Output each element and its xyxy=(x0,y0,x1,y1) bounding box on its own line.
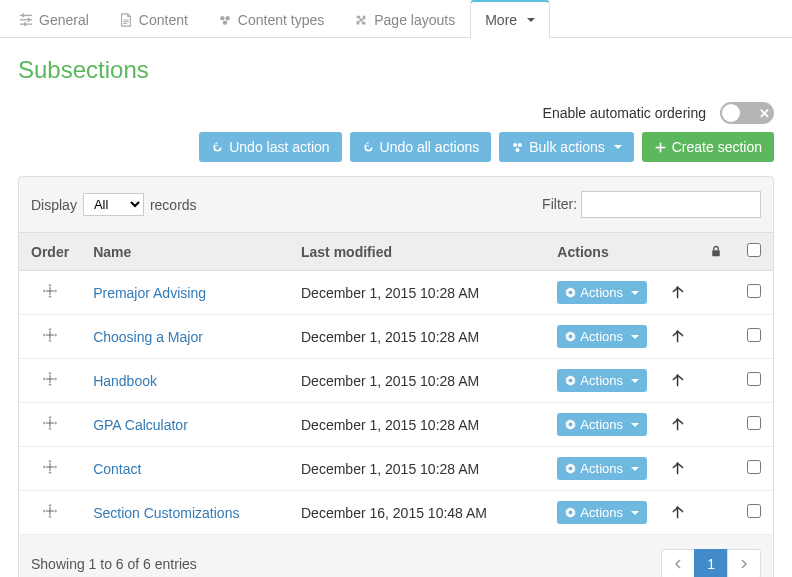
undo-icon xyxy=(211,141,224,154)
undo-last-button[interactable]: Undo last action xyxy=(199,132,341,162)
tab-page-layouts[interactable]: Page layouts xyxy=(339,0,470,38)
svg-point-10 xyxy=(518,143,522,147)
action-buttons: Undo last action Undo all actions Bulk a… xyxy=(0,132,792,176)
toggle-row: Enable automatic ordering ✕ xyxy=(0,94,792,132)
row-actions-button[interactable]: Actions xyxy=(557,281,647,304)
chevron-down-icon xyxy=(631,511,639,515)
table-panel: Display All records Filter: Order Name L… xyxy=(18,176,774,577)
svg-rect-16 xyxy=(46,290,55,291)
button-label: Create section xyxy=(672,139,762,155)
toggle-label: Enable automatic ordering xyxy=(543,105,706,121)
records-select[interactable]: All xyxy=(83,193,144,216)
page-title: Subsections xyxy=(0,38,792,94)
move-up-button[interactable]: 🡡 xyxy=(671,417,685,433)
row-checkbox[interactable] xyxy=(747,416,761,430)
select-all-checkbox[interactable] xyxy=(747,243,761,257)
tab-label: More xyxy=(485,12,517,28)
button-label: Bulk actions xyxy=(529,139,604,155)
row-checkbox[interactable] xyxy=(747,328,761,342)
page-next[interactable] xyxy=(727,549,761,577)
tab-content-types[interactable]: Content types xyxy=(203,0,339,38)
move-icon[interactable] xyxy=(43,416,57,433)
row-name-link[interactable]: Handbook xyxy=(93,373,157,389)
chevron-down-icon xyxy=(631,423,639,427)
row-actions-button[interactable]: Actions xyxy=(557,457,647,480)
undo-icon xyxy=(362,141,375,154)
move-up-button[interactable]: 🡡 xyxy=(671,505,685,521)
filter-label: Filter: xyxy=(542,196,577,212)
lock-cell xyxy=(697,271,735,315)
chevron-down-icon xyxy=(527,18,535,22)
svg-point-6 xyxy=(220,16,224,20)
chevron-down-icon xyxy=(631,467,639,471)
move-up-button[interactable]: 🡡 xyxy=(671,373,685,389)
row-actions-button[interactable]: Actions xyxy=(557,413,647,436)
row-checkbox[interactable] xyxy=(747,460,761,474)
row-name-link[interactable]: Premajor Advising xyxy=(93,285,206,301)
row-name-link[interactable]: GPA Calculator xyxy=(93,417,188,433)
entries-summary: Showing 1 to 6 of 6 entries xyxy=(31,556,197,572)
filter-input[interactable] xyxy=(581,191,761,218)
pagination: 1 xyxy=(662,549,761,577)
move-icon[interactable] xyxy=(43,284,57,301)
tab-content[interactable]: Content xyxy=(104,0,203,38)
row-modified: December 1, 2015 10:28 AM xyxy=(289,315,545,359)
row-actions-button[interactable]: Actions xyxy=(557,501,647,524)
svg-rect-22 xyxy=(46,422,55,423)
panel-controls: Display All records Filter: xyxy=(19,177,773,232)
tab-label: General xyxy=(39,12,89,28)
sliders-icon xyxy=(19,13,33,27)
row-checkbox[interactable] xyxy=(747,504,761,518)
chevron-down-icon xyxy=(614,145,622,149)
tab-more[interactable]: More xyxy=(470,0,550,38)
bulk-actions-button[interactable]: Bulk actions xyxy=(499,132,633,162)
lock-cell xyxy=(697,315,735,359)
chevron-right-icon xyxy=(740,559,748,569)
row-modified: December 1, 2015 10:28 AM xyxy=(289,403,545,447)
tab-general[interactable]: General xyxy=(4,0,104,38)
row-checkbox[interactable] xyxy=(747,284,761,298)
svg-rect-4 xyxy=(28,17,30,21)
move-icon[interactable] xyxy=(43,504,57,521)
table-row: ContactDecember 1, 2015 10:28 AMActions🡡 xyxy=(19,447,773,491)
table-row: Premajor AdvisingDecember 1, 2015 10:28 … xyxy=(19,271,773,315)
row-name-link[interactable]: Section Customizations xyxy=(93,505,239,521)
table-row: GPA CalculatorDecember 1, 2015 10:28 AMA… xyxy=(19,403,773,447)
row-actions-button[interactable]: Actions xyxy=(557,325,647,348)
page-1[interactable]: 1 xyxy=(694,549,728,577)
move-up-button[interactable]: 🡡 xyxy=(671,285,685,301)
col-last-modified[interactable]: Last modified xyxy=(289,233,545,271)
row-checkbox[interactable] xyxy=(747,372,761,386)
cubes-icon xyxy=(511,141,524,154)
move-icon[interactable] xyxy=(43,372,57,389)
row-name-link[interactable]: Contact xyxy=(93,461,141,477)
puzzle-icon xyxy=(354,13,368,27)
table-row: HandbookDecember 1, 2015 10:28 AMActions… xyxy=(19,359,773,403)
chevron-down-icon xyxy=(631,379,639,383)
gear-icon xyxy=(565,375,576,386)
svg-point-7 xyxy=(225,16,229,20)
lock-icon xyxy=(710,245,722,257)
row-actions-button[interactable]: Actions xyxy=(557,369,647,392)
svg-rect-18 xyxy=(46,334,55,335)
auto-order-toggle[interactable]: ✕ xyxy=(720,102,774,124)
col-name[interactable]: Name xyxy=(81,233,289,271)
row-modified: December 16, 2015 10:48 AM xyxy=(289,491,545,535)
svg-point-11 xyxy=(516,147,520,151)
create-section-button[interactable]: Create section xyxy=(642,132,774,162)
move-up-button[interactable]: 🡡 xyxy=(671,461,685,477)
button-label: Undo last action xyxy=(229,139,329,155)
lock-cell xyxy=(697,447,735,491)
row-modified: December 1, 2015 10:28 AM xyxy=(289,359,545,403)
row-name-link[interactable]: Choosing a Major xyxy=(93,329,203,345)
svg-rect-24 xyxy=(46,466,55,467)
svg-rect-5 xyxy=(24,22,26,26)
move-icon[interactable] xyxy=(43,460,57,477)
page-prev[interactable] xyxy=(661,549,695,577)
move-icon[interactable] xyxy=(43,328,57,345)
records-label: records xyxy=(150,197,197,213)
lock-cell xyxy=(697,403,735,447)
gear-icon xyxy=(565,507,576,518)
undo-all-button[interactable]: Undo all actions xyxy=(350,132,492,162)
move-up-button[interactable]: 🡡 xyxy=(671,329,685,345)
